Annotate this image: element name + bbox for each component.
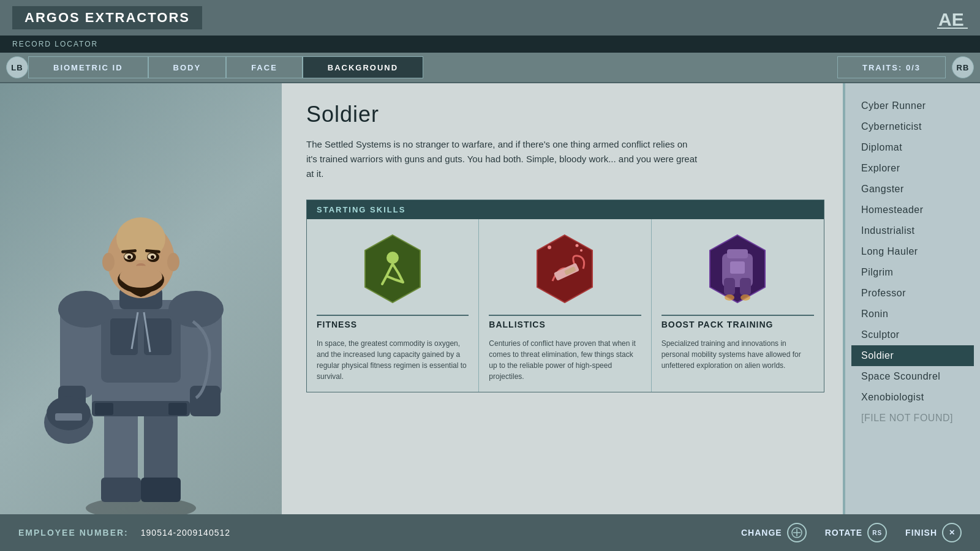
sidebar-item-homesteader[interactable]: Homesteader xyxy=(851,200,974,220)
top-bar: ARGOS EXTRACTORS AE xyxy=(0,0,980,36)
skill-icon-boost xyxy=(662,229,814,309)
skill-desc-boost: Specialized training and innovations in … xyxy=(662,338,814,371)
change-button-circle[interactable] xyxy=(787,523,807,542)
sidebar-item-xenobiologist[interactable]: Xenobiologist xyxy=(851,387,974,408)
bottom-bar: EMPLOYEE NUMBER: 190514-2009140512 CHANG… xyxy=(0,514,980,551)
background-title: Soldier xyxy=(306,102,824,127)
svg-rect-39 xyxy=(55,413,82,421)
bottom-actions: CHANGE ROTATE RS FINISH ✕ xyxy=(741,523,962,542)
skill-name-fitness: FITNESS xyxy=(317,315,469,333)
sidebar-item-ronin[interactable]: Ronin xyxy=(851,304,974,324)
character-image-area xyxy=(0,83,282,514)
rotate-action[interactable]: ROTATE RS xyxy=(825,523,887,542)
sidebar-item-long-hauler[interactable]: Long Hauler xyxy=(851,241,974,262)
svg-point-47 xyxy=(576,244,579,247)
record-locator: RECORD LOCATOR xyxy=(0,36,980,53)
svg-point-43 xyxy=(386,252,399,264)
sidebar-item-explorer[interactable]: Explorer xyxy=(851,158,974,179)
skill-icon-fitness xyxy=(317,229,469,309)
app-title: ARGOS EXTRACTORS xyxy=(12,6,202,29)
sidebar-item-cyber-runner[interactable]: Cyber Runner xyxy=(851,96,974,116)
svg-rect-12 xyxy=(95,403,113,415)
nav-rb-button[interactable]: RB xyxy=(952,56,974,78)
svg-marker-42 xyxy=(365,235,420,302)
record-locator-label: RECORD LOCATOR xyxy=(12,40,98,48)
skill-card-ballistics: BALLISTICS Centuries of conflict have pr… xyxy=(479,219,651,392)
svg-rect-17 xyxy=(190,386,221,416)
skills-container: STARTING SKILLS FITNESS In space, the gr… xyxy=(306,200,824,392)
skill-card-fitness: FITNESS In space, the greatest commodity… xyxy=(307,219,479,392)
tab-traits[interactable]: TRAITS: 0/3 xyxy=(837,56,946,78)
character-svg xyxy=(24,159,257,514)
svg-rect-6 xyxy=(141,478,181,502)
skill-icon-ballistics xyxy=(489,229,641,309)
tab-body[interactable]: BODY xyxy=(148,56,227,78)
main-content: Soldier The Settled Systems is no strang… xyxy=(0,83,980,514)
employee-number-value: 190514-2009140512 xyxy=(141,528,230,538)
sidebar-item-space-scoundrel[interactable]: Space Scoundrel xyxy=(851,366,974,387)
sidebar-item-professor[interactable]: Professor xyxy=(851,283,974,304)
svg-rect-52 xyxy=(724,278,735,295)
finish-label: FINISH xyxy=(905,528,937,538)
sidebar-item-sculptor[interactable]: Sculptor xyxy=(851,324,974,345)
skills-grid: FITNESS In space, the greatest commodity… xyxy=(307,219,824,392)
svg-text:AE: AE xyxy=(938,9,964,29)
change-action[interactable]: CHANGE xyxy=(741,523,807,542)
svg-point-46 xyxy=(580,249,582,252)
sidebar-item-pilgrim[interactable]: Pilgrim xyxy=(851,262,974,283)
svg-rect-54 xyxy=(727,249,748,258)
finish-button-text: ✕ xyxy=(949,528,956,537)
svg-point-18 xyxy=(58,291,113,328)
info-panel: Soldier The Settled Systems is no strang… xyxy=(282,83,843,514)
svg-point-23 xyxy=(102,253,115,271)
svg-point-56 xyxy=(725,294,734,301)
nav-tabs: LB BIOMETRIC ID BODY FACE BACKGROUND TRA… xyxy=(0,53,980,83)
skill-name-boost: BOOST PACK TRAINING xyxy=(662,315,814,333)
ae-logo: AE xyxy=(937,5,968,31)
sidebar-item-gangster[interactable]: Gangster xyxy=(851,179,974,200)
skills-header: STARTING SKILLS xyxy=(307,200,824,219)
svg-rect-55 xyxy=(730,261,745,274)
sidebar-item-soldier[interactable]: Soldier xyxy=(851,345,974,366)
svg-point-45 xyxy=(548,246,551,249)
sidebar-item-cyberneticist[interactable]: Cyberneticist xyxy=(851,116,974,137)
skill-card-boost: BOOST PACK TRAINING Specialized training… xyxy=(652,219,824,392)
skill-desc-fitness: In space, the greatest commodity is oxyg… xyxy=(317,338,469,382)
sidebar-item-diplomat[interactable]: Diplomat xyxy=(851,137,974,158)
svg-rect-13 xyxy=(168,403,187,415)
background-description: The Settled Systems is no stranger to wa… xyxy=(306,137,698,181)
svg-point-30 xyxy=(127,255,131,259)
tab-biometric-id[interactable]: BIOMETRIC ID xyxy=(28,56,148,78)
sidebar-item-industrialist[interactable]: Industrialist xyxy=(851,220,974,241)
employee-number-label: EMPLOYEE NUMBER: xyxy=(18,528,129,538)
skill-desc-ballistics: Centuries of conflict have proven that w… xyxy=(489,338,641,382)
change-label: CHANGE xyxy=(741,528,782,538)
sidebar-background-list[interactable]: Cyber Runner Cyberneticist Diplomat Expl… xyxy=(845,83,980,514)
nav-lb-button[interactable]: LB xyxy=(6,56,28,78)
svg-rect-5 xyxy=(101,478,141,502)
character-panel xyxy=(0,83,282,514)
rotate-button-circle[interactable]: RS xyxy=(867,523,887,542)
tab-background[interactable]: BACKGROUND xyxy=(303,56,423,78)
tab-face[interactable]: FACE xyxy=(226,56,303,78)
svg-point-57 xyxy=(741,294,750,301)
sidebar-item-file-not-found[interactable]: [FILE NOT FOUND] xyxy=(851,408,974,429)
skill-name-ballistics: BALLISTICS xyxy=(489,315,641,333)
svg-rect-53 xyxy=(740,278,751,295)
svg-point-25 xyxy=(116,217,165,260)
svg-point-31 xyxy=(151,255,154,259)
svg-point-24 xyxy=(167,253,179,271)
finish-action[interactable]: FINISH ✕ xyxy=(905,523,962,542)
rotate-button-text: RS xyxy=(872,530,882,536)
finish-button-circle[interactable]: ✕ xyxy=(942,523,962,542)
rotate-label: ROTATE xyxy=(825,528,862,538)
